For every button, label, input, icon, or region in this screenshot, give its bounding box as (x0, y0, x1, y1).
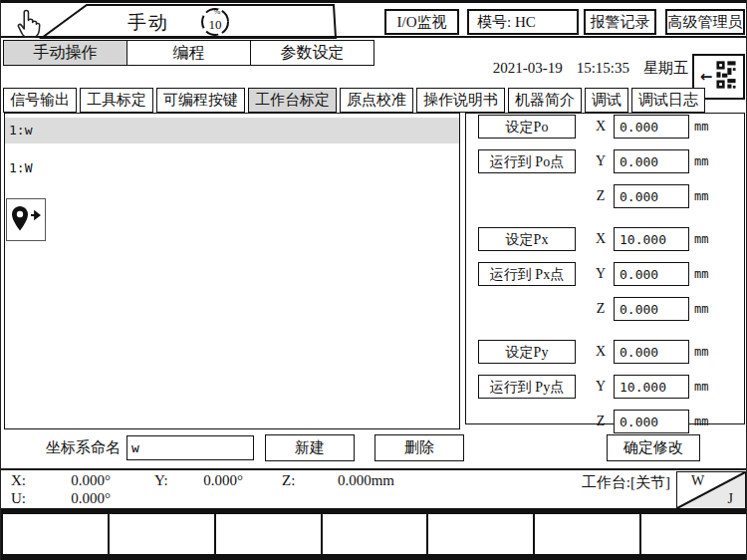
subtab-origin-calibration[interactable]: 原点校准 (340, 88, 413, 113)
status-x-label: X: (11, 472, 26, 489)
point-group-py: 设定Py 运行到 Py点 X mm Y mm Z mm (466, 340, 744, 433)
run-to-po-button[interactable]: 运行到 Po点 (478, 149, 576, 173)
unit-mm: mm (694, 415, 708, 428)
py-z-row: Z mm (588, 410, 708, 433)
point-settings-panel: 设定Po 运行到 Po点 X mm Y mm Z mm (465, 113, 745, 424)
status-z-label: Z: (282, 472, 295, 489)
subtab-signal-output[interactable]: 信号输出 (3, 88, 77, 113)
list-item[interactable]: 1:W (5, 155, 459, 181)
po-z-input[interactable] (614, 184, 689, 208)
tab-programming[interactable]: 编程 (126, 40, 251, 66)
softkey-5[interactable] (428, 514, 535, 554)
machine-control-screen: 手动 % 10 I/O监视 模号: HC 报警记录 高级管理员 手动操作 编程 … (0, 0, 747, 560)
px-x-row: X mm (588, 227, 708, 251)
sub-tab-bar: 信号输出 工具标定 可编程按键 工作台标定 原点校准 操作说明书 机器简介 调试… (3, 88, 705, 113)
axis-y-label: Y (588, 379, 614, 395)
bottom-strip (1, 554, 747, 560)
softkey-1[interactable] (1, 514, 110, 554)
softkey-6[interactable] (535, 514, 641, 554)
locate-point-button[interactable] (6, 198, 46, 241)
po-y-row: Y mm (588, 149, 708, 173)
speed-unit: % (211, 7, 223, 16)
px-y-input[interactable] (614, 262, 689, 286)
mode-banner: 手动 % 10 (37, 3, 350, 40)
speed-dial-icon: % 10 (198, 5, 232, 39)
coordinate-system-list: 1:w 1:W (4, 113, 460, 429)
py-z-input[interactable] (614, 410, 689, 433)
status-y-value: 0.000° (168, 472, 243, 489)
axis-x-label: X (588, 119, 614, 135)
run-to-py-button[interactable]: 运行到 Py点 (478, 375, 576, 399)
naming-label: 坐标系命名 (46, 438, 121, 457)
joint-coord-label: J (728, 491, 733, 507)
subtab-machine-intro[interactable]: 机器简介 (508, 88, 582, 113)
px-x-input[interactable] (614, 227, 689, 251)
map-pin-icon (12, 206, 28, 231)
list-item-selected[interactable]: 1:w (5, 118, 459, 143)
datetime-display: 2021-03-1915:15:35星期五 (370, 59, 688, 78)
mode-label: 手动 (107, 10, 190, 36)
pin-arrow-icon (31, 211, 40, 218)
io-monitor-button[interactable]: I/O监视 (384, 9, 459, 35)
unit-mm: mm (694, 120, 708, 134)
softkey-2[interactable] (110, 514, 216, 554)
subtab-worktable-calibration[interactable]: 工作台标定 (248, 88, 337, 113)
time-text: 15:15:35 (577, 60, 629, 76)
weekday-text: 星期五 (643, 60, 688, 76)
tab-parameter-settings[interactable]: 参数设定 (250, 40, 374, 66)
model-number-box: 模号: HC (467, 9, 579, 35)
coordinate-name-input[interactable] (126, 435, 254, 460)
status-x-value: 0.000° (31, 472, 111, 489)
axis-z-label: Z (588, 414, 614, 429)
point-group-po: 设定Po 运行到 Po点 X mm Y mm Z mm (466, 115, 744, 208)
subtab-tool-calibration[interactable]: 工具标定 (80, 88, 153, 113)
softkey-3[interactable] (216, 514, 323, 554)
set-px-button[interactable]: 设定Px (478, 227, 576, 251)
unit-mm: mm (694, 232, 708, 246)
status-z-value: 0.000mm (300, 472, 394, 489)
po-y-input[interactable] (614, 149, 689, 173)
po-z-row: Z mm (588, 184, 708, 208)
world-joint-toggle[interactable]: W J (676, 471, 746, 509)
px-z-input[interactable] (614, 297, 689, 321)
subtab-operation-manual[interactable]: 操作说明书 (416, 88, 505, 113)
axis-x-label: X (588, 231, 614, 247)
qr-code-icon (715, 60, 737, 94)
set-py-button[interactable]: 设定Py (478, 340, 576, 364)
axis-z-label: Z (588, 188, 614, 204)
softkey-bar (1, 512, 747, 554)
status-u-value: 0.000° (31, 490, 111, 507)
new-button[interactable]: 新建 (265, 434, 355, 461)
px-y-row: Y mm (588, 262, 708, 286)
unit-mm: mm (694, 302, 708, 316)
py-y-row: Y mm (588, 375, 708, 399)
admin-level-button[interactable]: 高级管理员 (665, 9, 745, 35)
po-x-input[interactable] (614, 115, 689, 139)
axis-y-label: Y (588, 266, 614, 282)
subtab-programmable-keys[interactable]: 可编程按键 (156, 88, 245, 113)
po-x-row: X mm (588, 115, 708, 139)
alarm-record-button[interactable]: 报警记录 (584, 9, 656, 35)
status-y-label: Y: (154, 472, 168, 489)
unit-mm: mm (694, 189, 708, 203)
py-x-input[interactable] (614, 340, 689, 364)
speed-value: 10 (198, 17, 232, 33)
set-po-button[interactable]: 设定Po (478, 115, 576, 139)
softkey-7[interactable] (641, 514, 747, 554)
axis-y-label: Y (588, 153, 614, 169)
run-to-px-button[interactable]: 运行到 Px点 (478, 262, 576, 286)
back-arrow-icon: ← (700, 68, 713, 86)
px-z-row: Z mm (588, 297, 708, 321)
tab-manual-operation[interactable]: 手动操作 (3, 40, 127, 66)
subtab-debug-log[interactable]: 调试日志 (631, 88, 705, 113)
confirm-modify-button[interactable]: 确定修改 (607, 434, 700, 461)
unit-mm: mm (694, 154, 708, 168)
date-text: 2021-03-19 (493, 60, 563, 76)
py-y-input[interactable] (614, 375, 689, 399)
unit-mm: mm (694, 267, 708, 281)
subtab-debug[interactable]: 调试 (585, 88, 628, 113)
softkey-4[interactable] (323, 514, 429, 554)
delete-button[interactable]: 删除 (374, 434, 464, 461)
coordinate-naming-row: 坐标系命名 新建 删除 确定修改 (1, 432, 747, 463)
unit-mm: mm (694, 345, 708, 359)
